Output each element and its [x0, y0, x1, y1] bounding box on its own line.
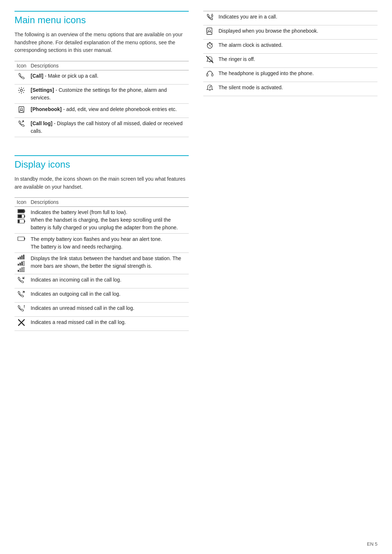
table-row: Indicates you are in a call.: [203, 11, 377, 25]
headphone-icon: [203, 68, 216, 82]
svg-rect-15: [20, 257, 21, 259]
table-row: The ringer is off.: [203, 54, 377, 68]
svg-rect-22: [18, 270, 19, 272]
svg-rect-16: [21, 255, 23, 259]
main-menu-col-desc: Descriptions: [28, 61, 189, 70]
table-row: The headphone is plugged into the phone.: [203, 68, 377, 82]
table-row: z z The silent mode is activated.: [203, 82, 377, 96]
table-row: Displays the link status between the han…: [15, 253, 189, 274]
call-desc: [Call] - Make or pick up a call.: [28, 70, 189, 85]
svg-rect-25: [23, 267, 24, 272]
unread-missed-icon: !: [15, 303, 28, 317]
svg-rect-13: [24, 238, 25, 240]
outgoing-call-icon: [15, 288, 28, 303]
call-icon: [15, 70, 28, 85]
outgoing-call-desc: Indicates an outgoing call in the call l…: [28, 288, 189, 303]
svg-rect-21: [23, 261, 24, 266]
read-missed-icon: [15, 317, 28, 331]
svg-rect-20: [21, 262, 23, 266]
browse-phonebook-desc: Displayed when you browse the phonebook.: [216, 25, 377, 40]
alarm-desc: The alarm clock is activated.: [216, 40, 377, 54]
battery-desc: Indicates the battery level (from full t…: [28, 207, 189, 234]
display-icons-table: Icon Descriptions: [15, 197, 189, 331]
battery-empty-desc: The empty battery icon flashes and you h…: [28, 234, 189, 253]
svg-rect-37: [207, 74, 208, 76]
svg-point-0: [20, 89, 23, 91]
svg-rect-17: [23, 255, 24, 259]
calllog-icon: [15, 118, 28, 137]
call-desc-rest: - Make or pick up a call.: [43, 73, 98, 79]
unread-missed-desc: Indicates an unread missed call in the c…: [28, 303, 189, 317]
ringer-off-desc: The ringer is off.: [216, 54, 377, 68]
table-row: Indicates an incoming call in the call l…: [15, 274, 189, 288]
table-row: Indicates a read missed call in the call…: [15, 317, 189, 331]
svg-rect-4: [18, 210, 24, 213]
svg-rect-14: [18, 258, 19, 259]
svg-rect-19: [20, 263, 21, 266]
battery-empty-icon: [15, 234, 28, 253]
svg-rect-12: [18, 237, 24, 241]
in-call-icon: [203, 11, 216, 25]
table-row: The alarm clock is activated.: [203, 40, 377, 54]
svg-text:z: z: [210, 85, 212, 87]
page-footer: EN 5: [367, 541, 377, 547]
alarm-icon: [203, 40, 216, 54]
battery-full-icon: [15, 207, 28, 234]
svg-point-2: [20, 108, 23, 110]
status-icons-table: Indicates you are in a call.: [203, 11, 377, 96]
svg-text:!: !: [24, 304, 25, 309]
in-call-desc: Indicates you are in a call.: [216, 11, 377, 25]
svg-rect-23: [20, 269, 21, 272]
svg-rect-7: [18, 215, 22, 218]
svg-rect-24: [21, 268, 23, 272]
svg-rect-11: [24, 221, 25, 222]
signal-desc: Displays the link status between the han…: [28, 253, 189, 274]
headphone-desc: The headphone is plugged into the phone.: [216, 68, 377, 82]
table-row: Displayed when you browse the phonebook.: [203, 25, 377, 40]
read-missed-desc: Indicates a read missed call in the call…: [28, 317, 189, 331]
svg-rect-8: [24, 216, 25, 217]
signal-icon: [15, 253, 28, 274]
settings-icon: [15, 85, 28, 104]
display-icons-intro: In standby mode, the icons shown on the …: [15, 175, 189, 191]
table-row: Indicates the battery level (from full t…: [15, 207, 189, 234]
calllog-desc: [Call log] - Displays the call history o…: [28, 118, 189, 137]
display-col-icon: Icon: [15, 198, 28, 207]
svg-rect-5: [24, 210, 25, 212]
display-col-desc: Descriptions: [28, 198, 189, 207]
silent-mode-desc: The silent mode is activated.: [216, 82, 377, 96]
main-menu-title: Main menu icons: [15, 11, 189, 26]
table-row: [Settings] - Customize the settings for …: [15, 85, 189, 104]
incoming-call-icon: [15, 274, 28, 288]
silent-mode-icon: z z: [203, 82, 216, 96]
ringer-off-icon: [203, 54, 216, 68]
table-row: [Call log] - Displays the call history o…: [15, 118, 189, 137]
table-row: The empty battery icon flashes and you h…: [15, 234, 189, 253]
main-menu-intro: The following is an overview of the menu…: [15, 31, 189, 54]
main-menu-col-icon: Icon: [15, 61, 28, 70]
svg-rect-29: [207, 28, 212, 34]
svg-rect-18: [18, 264, 19, 266]
phonebook-icon: [15, 104, 28, 118]
table-row: [Phonebook] - add, edit, view and delete…: [15, 104, 189, 118]
table-row: Indicates an outgoing call in the call l…: [15, 288, 189, 303]
display-icons-title: Display icons: [15, 155, 189, 170]
browse-phonebook-icon: [203, 25, 216, 40]
phonebook-desc: [Phonebook] - add, edit, view and delete…: [28, 104, 189, 118]
svg-rect-38: [212, 74, 213, 76]
table-row: ! Indicates an unread missed call in the…: [15, 303, 189, 317]
call-label: [Call]: [30, 73, 43, 79]
table-row: [Call] - Make or pick up a call.: [15, 70, 189, 85]
svg-rect-10: [18, 220, 20, 223]
incoming-call-desc: Indicates an incoming call in the call l…: [28, 274, 189, 288]
main-menu-table: Icon Descriptions [Call] - Make or pick …: [15, 61, 189, 137]
settings-desc: [Settings] - Customize the settings for …: [28, 85, 189, 104]
